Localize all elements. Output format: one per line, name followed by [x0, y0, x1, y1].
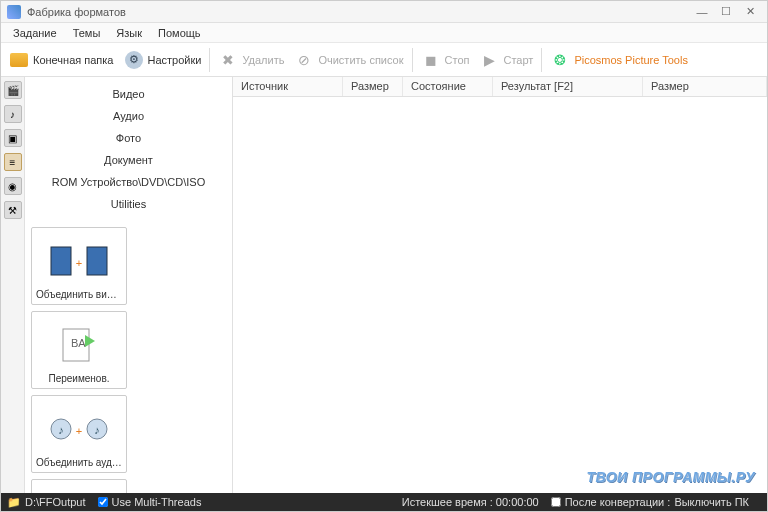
stop-label: Стоп	[445, 54, 470, 66]
utility-label: Объединить видео	[36, 289, 122, 300]
output-folder-button[interactable]: Конечная папка	[5, 48, 118, 72]
play-icon: ▶	[479, 50, 499, 70]
table-header: Источник Размер Состояние Результат [F2]…	[233, 77, 767, 97]
side-icon-video[interactable]: 🎬	[4, 81, 22, 99]
clear-list-button[interactable]: ⊘ Очистить список	[290, 48, 407, 72]
svg-text:BA: BA	[71, 337, 86, 349]
col-size[interactable]: Размер	[343, 77, 403, 96]
output-path-label: D:\FFOutput	[25, 496, 86, 508]
delete-icon: ✖	[218, 50, 238, 70]
start-button[interactable]: ▶ Старт	[475, 48, 537, 72]
toolbar: Конечная папка ⚙ Настройки ✖ Удалить ⊘ О…	[1, 43, 767, 77]
folder-small-icon: 📁	[7, 496, 21, 509]
side-icon-document[interactable]: ≡	[4, 153, 22, 171]
col-status[interactable]: Состояние	[403, 77, 493, 96]
multithread-checkbox[interactable]	[98, 497, 108, 507]
category-utilities[interactable]: Utilities	[25, 193, 232, 215]
clear-list-label: Очистить список	[318, 54, 403, 66]
close-button[interactable]: ✕	[739, 4, 761, 20]
svg-rect-0	[51, 247, 71, 275]
utility-join-video[interactable]: + Объединить видео	[31, 227, 127, 305]
side-icon-photo[interactable]: ▣	[4, 129, 22, 147]
category-video[interactable]: Видео	[25, 83, 232, 105]
category-rom[interactable]: ROM Устройство\DVD\CD\ISO	[25, 171, 232, 193]
separator	[541, 48, 542, 72]
table-body[interactable]	[233, 97, 767, 493]
gear-icon: ⚙	[124, 50, 144, 70]
watermark: ТВОИ ПРОГРАММЫ.РУ	[586, 469, 755, 485]
right-panel: Источник Размер Состояние Результат [F2]…	[233, 77, 767, 493]
elapsed-label: Истекшее время : 00:00:00	[402, 496, 539, 508]
svg-text:+: +	[76, 425, 82, 437]
menubar: Задание Темы Язык Помощь	[1, 23, 767, 43]
picosmos-button[interactable]: ❂ Picosmos Picture Tools	[546, 48, 692, 72]
utility-rename[interactable]: BA Переименов.	[31, 311, 127, 389]
after-convert-checkbox[interactable]	[551, 497, 561, 507]
separator	[412, 48, 413, 72]
col-size2[interactable]: Размер	[643, 77, 767, 96]
start-label: Старт	[503, 54, 533, 66]
side-icon-rom[interactable]: ◉	[4, 177, 22, 195]
app-icon	[7, 5, 21, 19]
after-convert-label: После конвертации :	[565, 496, 671, 508]
side-icons: 🎬 ♪ ▣ ≡ ◉ ⚒	[1, 77, 25, 493]
join-audio-icon: ♪♪+	[36, 400, 122, 457]
multithread-label: Use Multi-Threads	[112, 496, 202, 508]
window-title: Фабрика форматов	[27, 6, 689, 18]
side-icon-audio[interactable]: ♪	[4, 105, 22, 123]
svg-text:♪: ♪	[58, 424, 64, 436]
settings-label: Настройки	[148, 54, 202, 66]
output-folder-label: Конечная папка	[33, 54, 114, 66]
left-panel: Видео Аудио Фото Документ ROM Устройство…	[25, 77, 233, 493]
status-after-convert[interactable]: После конвертации : Выключить ПК	[551, 496, 749, 508]
side-icon-utilities[interactable]: ⚒	[4, 201, 22, 219]
after-convert-action[interactable]: Выключить ПК	[674, 496, 749, 508]
category-list: Видео Аудио Фото Документ ROM Устройство…	[25, 77, 232, 221]
category-document[interactable]: Документ	[25, 149, 232, 171]
col-result[interactable]: Результат [F2]	[493, 77, 643, 96]
maximize-button[interactable]: ☐	[715, 4, 737, 20]
category-photo[interactable]: Фото	[25, 127, 232, 149]
menu-themes[interactable]: Темы	[65, 25, 109, 41]
main-area: 🎬 ♪ ▣ ≡ ◉ ⚒ Видео Аудио Фото Документ RO…	[1, 77, 767, 493]
col-source[interactable]: Источник	[233, 77, 343, 96]
clear-icon: ⊘	[294, 50, 314, 70]
folder-icon	[9, 50, 29, 70]
titlebar: Фабрика форматов — ☐ ✕	[1, 1, 767, 23]
menu-help[interactable]: Помощь	[150, 25, 209, 41]
svg-text:+: +	[76, 257, 82, 269]
join-video-icon: +	[36, 232, 122, 289]
settings-button[interactable]: ⚙ Настройки	[120, 48, 206, 72]
status-elapsed: Истекшее время : 00:00:00	[402, 496, 539, 508]
statusbar: 📁 D:\FFOutput Use Multi-Threads Истекшее…	[1, 493, 767, 511]
utility-label: Переименов.	[36, 373, 122, 384]
picosmos-label: Picosmos Picture Tools	[574, 54, 688, 66]
delete-button[interactable]: ✖ Удалить	[214, 48, 288, 72]
status-output-path[interactable]: 📁 D:\FFOutput	[7, 496, 86, 509]
category-audio[interactable]: Аудио	[25, 105, 232, 127]
utilities-grid: + Объединить видео BA Переименов. ♪♪+ Об…	[25, 221, 232, 512]
stop-button[interactable]: ◼ Стоп	[417, 48, 474, 72]
svg-rect-1	[87, 247, 107, 275]
menu-task[interactable]: Задание	[5, 25, 65, 41]
minimize-button[interactable]: —	[691, 4, 713, 20]
delete-label: Удалить	[242, 54, 284, 66]
separator	[209, 48, 210, 72]
menu-language[interactable]: Язык	[108, 25, 150, 41]
utility-label: Объединить аудио	[36, 457, 122, 468]
svg-text:♪: ♪	[94, 424, 100, 436]
rename-icon: BA	[36, 316, 122, 373]
status-multithread[interactable]: Use Multi-Threads	[98, 496, 202, 508]
utility-join-audio[interactable]: ♪♪+ Объединить аудио	[31, 395, 127, 473]
stop-icon: ◼	[421, 50, 441, 70]
picosmos-icon: ❂	[550, 50, 570, 70]
